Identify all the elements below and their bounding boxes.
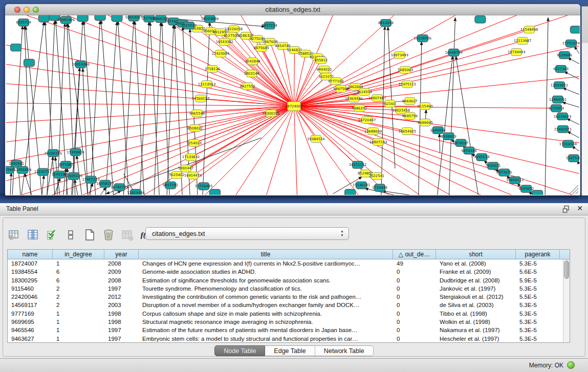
- network-node[interactable]: [24, 59, 34, 67]
- table-cell[interactable]: Embryonic stem cells: a model to study s…: [139, 335, 393, 343]
- table-cell[interactable]: 9465546: [8, 326, 53, 334]
- network-node[interactable]: [570, 26, 580, 33]
- table-cell[interactable]: 5.6E-5: [516, 268, 560, 276]
- citation-network-graph[interactable]: 7463822956012889129551822605891275051654…: [6, 15, 580, 195]
- table-cell[interactable]: 1998: [104, 310, 139, 318]
- table-cell[interactable]: 0: [393, 293, 436, 301]
- table-cell[interactable]: Tibbo et al. (1998): [436, 310, 516, 318]
- table-cell[interactable]: Dudbridge et al. (2008): [436, 276, 516, 285]
- table-cell[interactable]: 5.3E-5: [516, 318, 560, 326]
- table-cell[interactable]: Tourette syndrome. Phenomenology and cla…: [139, 285, 393, 293]
- table-row[interactable]: 977716911998Corpus callosum shape and si…: [8, 310, 570, 318]
- tab-edge-table[interactable]: Edge Table: [265, 345, 315, 356]
- table-cell[interactable]: 18300295: [8, 276, 53, 285]
- memory-ok-icon[interactable]: [567, 361, 575, 369]
- table-cell[interactable]: 2008: [104, 259, 139, 268]
- column-header-in_degree[interactable]: in_degree: [53, 250, 104, 259]
- table-cell[interactable]: Changes of HCN gene expression and I(f) …: [139, 259, 393, 268]
- table-cell[interactable]: Wolkin et al. (1998): [436, 318, 516, 326]
- node-table[interactable]: namein_degreeyeartitle△ out_de…shortpage…: [7, 249, 570, 343]
- scrollbar-thumb[interactable]: [564, 260, 569, 279]
- table-cell[interactable]: 5.9E-5: [516, 276, 560, 285]
- table-vertical-scrollbar[interactable]: [563, 259, 570, 343]
- new-table-button[interactable]: [83, 228, 96, 242]
- column-header-name[interactable]: name: [8, 250, 53, 259]
- network-window[interactable]: citations_edges.txt 74638229560128891295…: [5, 4, 580, 195]
- table-cell[interactable]: 1: [53, 259, 104, 268]
- table-cell[interactable]: 49: [393, 259, 436, 268]
- table-row[interactable]: 2242004622012Investigating the contribut…: [8, 293, 570, 301]
- table-cell[interactable]: 1: [53, 335, 104, 343]
- network-node[interactable]: [77, 15, 88, 21]
- table-cell[interactable]: 0: [393, 276, 436, 285]
- table-row[interactable]: 1830029562008Estimation of significance …: [8, 276, 570, 285]
- table-cell[interactable]: 1997: [104, 335, 139, 343]
- table-options-button[interactable]: [7, 228, 20, 242]
- table-cell[interactable]: 0: [393, 310, 436, 318]
- table-cell[interactable]: Estimation of the future numbers of pati…: [139, 326, 393, 334]
- table-cell[interactable]: 1: [53, 318, 104, 326]
- table-cell[interactable]: 5.5E-5: [516, 293, 560, 301]
- table-cell[interactable]: 1998: [104, 318, 139, 326]
- table-cell[interactable]: Investigating the contribution of common…: [139, 293, 393, 301]
- network-node[interactable]: [345, 189, 356, 195]
- delete-button[interactable]: [102, 228, 115, 242]
- table-cell[interactable]: Estimation of significance thresholds fo…: [139, 276, 393, 285]
- table-source-select[interactable]: citations_edges.txt ▲▼: [145, 227, 349, 240]
- table-row[interactable]: 1938455462009Genome-wide association stu…: [8, 268, 570, 276]
- table-cell[interactable]: 2009: [104, 268, 139, 276]
- table-cell[interactable]: Structural magnetic resonance image aver…: [139, 318, 393, 326]
- table-cell[interactable]: 0: [393, 285, 436, 293]
- network-node[interactable]: [209, 189, 220, 195]
- table-cell[interactable]: Hescheler et al. (1997): [436, 335, 516, 343]
- table-cell[interactable]: 5.3E-5: [516, 326, 560, 334]
- table-cell[interactable]: 9777169: [8, 310, 53, 318]
- column-header-title[interactable]: title: [139, 250, 393, 259]
- table-cell[interactable]: 0: [393, 335, 436, 343]
- network-node[interactable]: [11, 44, 21, 51]
- table-cell[interactable]: 6: [53, 276, 104, 285]
- table-cell[interactable]: 0: [393, 301, 436, 309]
- table-cell[interactable]: de Silva et al. (2003): [436, 301, 516, 309]
- table-cell[interactable]: 0: [393, 268, 436, 276]
- table-cell[interactable]: 5.3E-5: [516, 335, 560, 343]
- table-cell[interactable]: 2: [53, 301, 104, 309]
- close-panel-icon[interactable]: ✕: [577, 204, 583, 212]
- table-row[interactable]: 946362711997Embryonic stem cells: a mode…: [8, 335, 570, 343]
- table-row[interactable]: 946554611997Estimation of the future num…: [8, 326, 570, 334]
- float-window-icon[interactable]: [562, 205, 571, 213]
- network-window-titlebar[interactable]: citations_edges.txt: [5, 4, 580, 15]
- table-cell[interactable]: Jankovic et al. (1997): [436, 285, 516, 293]
- network-node[interactable]: [95, 15, 105, 20]
- table-cell[interactable]: 2: [53, 293, 104, 301]
- table-cell[interactable]: 5.3E-5: [516, 259, 560, 268]
- table-cell[interactable]: 5.3E-5: [516, 301, 560, 309]
- table-row[interactable]: 1456911722003Disruption of a novel membe…: [8, 301, 570, 309]
- table-cell[interactable]: Franke et al. (2009): [436, 268, 516, 276]
- select-all-button[interactable]: [45, 228, 58, 242]
- table-cell[interactable]: 2: [53, 285, 104, 293]
- table-cell[interactable]: 2012: [104, 293, 139, 301]
- table-cell[interactable]: 0: [393, 318, 436, 326]
- network-canvas[interactable]: 7463822956012889129551822605891275051654…: [6, 15, 580, 195]
- table-cell[interactable]: 19384554: [8, 268, 53, 276]
- table-row[interactable]: 1872400712008Changes of HCN gene express…: [8, 259, 570, 268]
- column-header-pagerank[interactable]: pagerank: [516, 250, 560, 259]
- rows-button[interactable]: [64, 228, 77, 242]
- show-columns-button[interactable]: [26, 228, 39, 242]
- table-cell[interactable]: 22420046: [8, 293, 53, 301]
- table-cell[interactable]: 5.3E-5: [516, 285, 560, 293]
- table-cell[interactable]: Stergiakouli et al. (2012): [436, 293, 516, 301]
- table-cell[interactable]: 6: [53, 268, 104, 276]
- table-cell[interactable]: 1: [53, 326, 104, 334]
- network-node[interactable]: [532, 190, 543, 195]
- network-node[interactable]: [475, 16, 486, 23]
- table-cell[interactable]: 1997: [104, 285, 139, 293]
- table-row[interactable]: 911546021997Tourette syndrome. Phenomeno…: [8, 285, 570, 293]
- table-cell[interactable]: Genome-wide association studies in ADHD.: [139, 268, 393, 276]
- tab-node-table[interactable]: Node Table: [214, 345, 265, 356]
- network-node[interactable]: [38, 15, 49, 22]
- table-cell[interactable]: 0: [393, 326, 436, 334]
- table-cell[interactable]: 2003: [104, 301, 139, 309]
- table-row[interactable]: 969969511998Structural magnetic resonanc…: [8, 318, 570, 326]
